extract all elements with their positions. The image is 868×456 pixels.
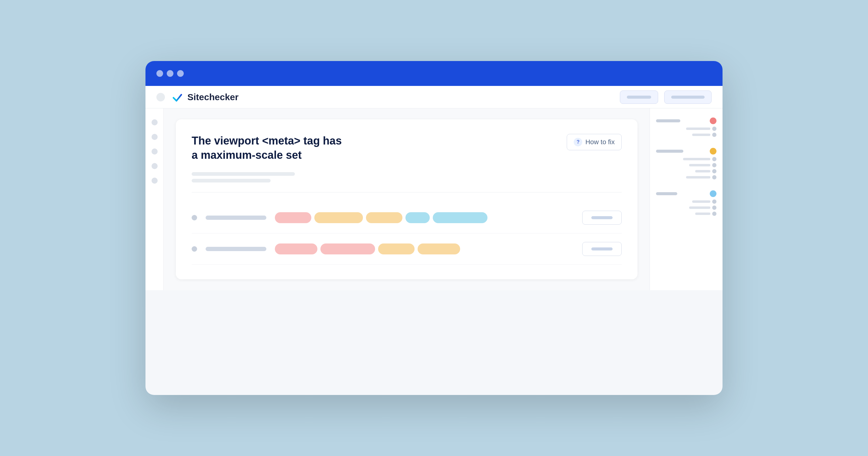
sidebar-dot-4 xyxy=(152,163,158,169)
sub-dot-4 xyxy=(712,163,716,167)
sidebar-dot-5 xyxy=(152,177,158,184)
sidebar-indicator-orange xyxy=(710,148,716,155)
content-card: The viewport <meta> tag has a maximum-sc… xyxy=(176,119,638,279)
nav-btn-bar-2 xyxy=(671,96,705,99)
row-label-1 xyxy=(206,216,266,220)
desc-bar-1 xyxy=(192,172,295,176)
sub-bar-7 xyxy=(692,200,710,203)
browser-dots xyxy=(156,70,184,77)
brand: Sitechecker xyxy=(171,91,239,103)
sidebar-dot-2 xyxy=(152,134,158,140)
row-action-btn-2[interactable] xyxy=(582,242,622,256)
nav-btn-bar-1 xyxy=(627,96,651,99)
sidebar-sub-rows-3 xyxy=(656,199,716,216)
browser-dot-3 xyxy=(177,70,184,77)
main-layout: The viewport <meta> tag has a maximum-sc… xyxy=(146,108,722,290)
tag-peach-4 xyxy=(417,243,460,254)
tag-blue-1 xyxy=(405,212,430,223)
sub-bar-2 xyxy=(692,134,710,136)
sidebar-dot-3 xyxy=(152,149,158,155)
sub-dot-7 xyxy=(712,199,716,204)
sub-bar-4 xyxy=(689,164,710,166)
main-content: The viewport <meta> tag has a maximum-sc… xyxy=(164,108,650,290)
desc-bar-2 xyxy=(192,179,271,183)
tag-pink-3 xyxy=(320,243,375,254)
tag-peach-2 xyxy=(366,212,402,223)
sub-bar-5 xyxy=(695,170,710,172)
browser-dot-2 xyxy=(167,70,174,77)
card-title: The viewport <meta> tag has a maximum-sc… xyxy=(192,134,342,162)
sub-bar-9 xyxy=(695,213,710,215)
sidebar-main-bar-2 xyxy=(656,150,683,153)
tag-cyan-1 xyxy=(433,212,488,223)
sub-dot-1 xyxy=(712,127,716,131)
sidebar-sub-row-3 xyxy=(656,157,716,161)
tag-pink-2 xyxy=(275,243,317,254)
row-tags-2 xyxy=(275,243,574,254)
table-row-1 xyxy=(192,202,622,233)
tag-peach-3 xyxy=(378,243,414,254)
how-to-fix-button[interactable]: ? How to fix xyxy=(567,134,622,150)
nav-button-2[interactable] xyxy=(664,91,712,104)
sub-dot-3 xyxy=(712,157,716,161)
brand-icon xyxy=(171,91,183,103)
sidebar-dot-1 xyxy=(152,119,158,125)
sidebar-sub-row-9 xyxy=(656,211,716,216)
sidebar-sub-row-4 xyxy=(656,163,716,167)
sidebar-sub-row-2 xyxy=(656,133,716,137)
sidebar-sub-row-7 xyxy=(656,199,716,204)
sub-dot-9 xyxy=(712,211,716,216)
sidebar-row-1 xyxy=(656,118,716,124)
how-to-fix-label: How to fix xyxy=(585,138,615,146)
sidebar-main-bar-3 xyxy=(656,192,677,195)
nav-back-circle xyxy=(156,93,165,101)
nav-button-1[interactable] xyxy=(620,91,658,104)
sidebar-row-3 xyxy=(656,190,716,197)
how-to-fix-icon: ? xyxy=(574,138,582,146)
sidebar-section-2 xyxy=(656,148,716,184)
row-action-btn-1[interactable] xyxy=(582,211,622,225)
sub-bar-3 xyxy=(683,158,710,160)
table-row-2 xyxy=(192,233,622,265)
sidebar-section-1 xyxy=(656,118,716,142)
sidebar-sub-row-8 xyxy=(656,205,716,210)
sub-bar-6 xyxy=(686,176,710,178)
brand-name-text: Sitechecker xyxy=(187,92,239,102)
sidebar-row-2 xyxy=(656,148,716,155)
browser-window: Sitechecker The viewport <meta> tag xyxy=(146,61,722,395)
right-sidebar xyxy=(650,108,722,290)
sidebar-sub-row-6 xyxy=(656,175,716,180)
browser-nav: Sitechecker xyxy=(146,86,722,108)
sub-dot-2 xyxy=(712,133,716,137)
row-label-2 xyxy=(206,247,266,251)
tag-peach-1 xyxy=(314,212,363,223)
sidebar-sub-rows-1 xyxy=(656,127,716,137)
sub-bar-8 xyxy=(689,206,710,209)
divider-1 xyxy=(192,192,622,193)
row-tags-1 xyxy=(275,212,574,223)
sub-dot-6 xyxy=(712,175,716,180)
sidebar-main-bar-1 xyxy=(656,119,680,122)
sub-dot-8 xyxy=(712,205,716,210)
left-sidebar xyxy=(146,108,164,290)
sidebar-sub-row-1 xyxy=(656,127,716,131)
browser-titlebar xyxy=(146,61,722,86)
sidebar-indicator-blue xyxy=(710,190,716,197)
action-btn-bar-1 xyxy=(591,216,613,219)
sidebar-indicator-red xyxy=(710,118,716,124)
browser-dot-1 xyxy=(156,70,163,77)
sidebar-sub-rows-2 xyxy=(656,157,716,180)
card-header: The viewport <meta> tag has a maximum-sc… xyxy=(192,134,622,162)
sidebar-section-3 xyxy=(656,190,716,221)
sidebar-sub-row-5 xyxy=(656,169,716,173)
card-title-line2: a maximum-scale set xyxy=(192,149,302,161)
tag-pink-1 xyxy=(275,212,311,223)
row-icon-1 xyxy=(192,215,197,220)
action-btn-bar-2 xyxy=(591,248,613,251)
sub-dot-5 xyxy=(712,169,716,173)
sub-bar-1 xyxy=(686,128,710,130)
card-title-line1: The viewport <meta> tag has xyxy=(192,134,342,147)
row-icon-2 xyxy=(192,246,197,252)
